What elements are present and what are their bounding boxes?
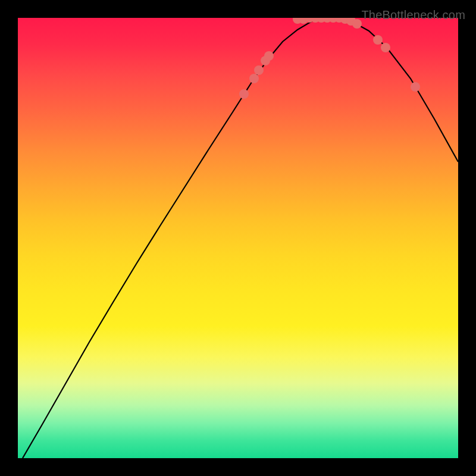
- chart-svg: [18, 18, 458, 458]
- data-markers: [239, 18, 420, 99]
- chart-frame: TheBottleneck.com: [6, 6, 470, 470]
- watermark-text: TheBottleneck.com: [361, 8, 465, 22]
- bottleneck-curve: [23, 18, 458, 458]
- data-marker: [352, 19, 362, 29]
- data-marker: [254, 65, 264, 75]
- plot-area: [18, 18, 458, 458]
- data-marker: [249, 74, 259, 83]
- data-marker: [373, 35, 383, 45]
- data-marker: [239, 89, 249, 99]
- data-marker: [411, 82, 420, 92]
- data-marker: [264, 51, 274, 61]
- data-marker: [381, 43, 390, 52]
